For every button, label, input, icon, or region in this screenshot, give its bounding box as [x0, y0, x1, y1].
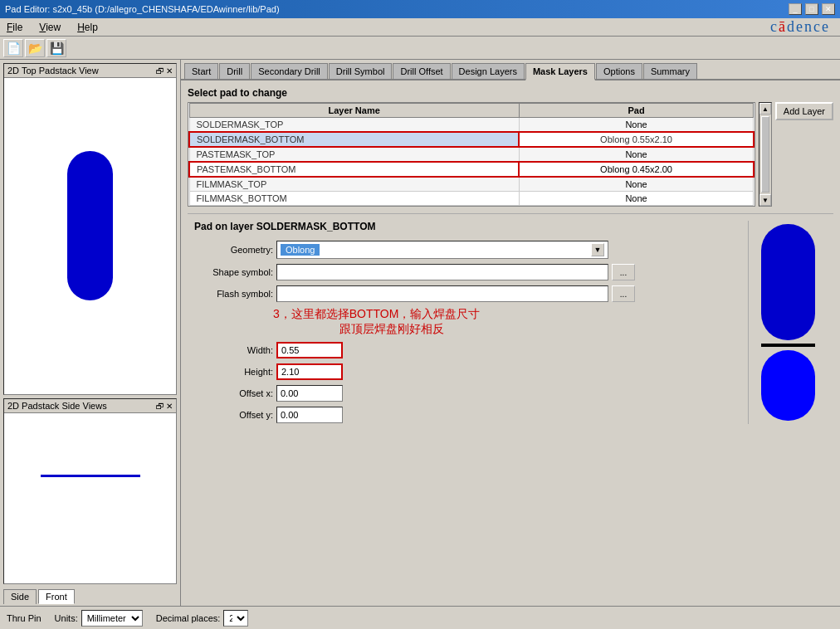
brand-logo: cādence: [770, 18, 837, 36]
lower-section: Pad on layer SOLDERMASK_BOTTOM Geometry:…: [188, 213, 833, 431]
offset-y-input[interactable]: [276, 407, 343, 423]
flash-symbol-label: Flash symbol:: [194, 289, 273, 299]
form-area: Pad on layer SOLDERMASK_BOTTOM Geometry:…: [194, 221, 741, 424]
units-label: Units:: [55, 613, 78, 623]
bottom-panel-title: 2D Padstack Side Views: [7, 401, 107, 411]
tab-drill-symbol[interactable]: Drill Symbol: [329, 63, 393, 79]
flash-symbol-ellipsis-button[interactable]: ...: [612, 285, 635, 302]
layer-pastemask-top: PASTEMASK_TOP: [189, 147, 519, 162]
view-tabs: Side Front: [0, 588, 180, 606]
offset-y-label: Offset y:: [194, 410, 273, 420]
geometry-dropdown-arrow[interactable]: ▼: [591, 243, 604, 256]
height-input[interactable]: [276, 363, 343, 380]
table-row[interactable]: PASTEMASK_TOP None: [189, 147, 754, 162]
preview-divider: [761, 344, 815, 347]
table-row[interactable]: PASTEMASK_BOTTOM Oblong 0.45x2.00: [189, 162, 754, 177]
left-panels: 2D Top Padstack View 🗗 ✕ 2D Padstack Sid…: [0, 60, 181, 606]
decimal-select[interactable]: 2 3 4: [223, 610, 248, 627]
top-panel-title: 2D Top Padstack View: [7, 66, 99, 76]
close-button[interactable]: ✕: [822, 3, 835, 15]
offset-x-row: Offset x:: [194, 385, 741, 402]
pad-soldermask-bottom: Oblong 0.55x2.10: [519, 132, 754, 147]
status-bar: Thru Pin Units: Millimeter Inch Decimal …: [0, 606, 840, 629]
panel-restore-icon[interactable]: 🗗: [156, 66, 164, 76]
add-layer-button[interactable]: Add Layer: [775, 102, 833, 120]
bottom-panel-header: 2D Padstack Side Views 🗗 ✕: [4, 399, 176, 413]
minimize-button[interactable]: _: [789, 3, 802, 15]
shape-symbol-label: Shape symbol:: [194, 267, 273, 277]
new-button[interactable]: 📄: [3, 39, 23, 57]
tab-secondary-drill[interactable]: Secondary Drill: [251, 63, 328, 79]
bottom-panel-content: [4, 413, 176, 538]
pad-filmmask-top: None: [519, 177, 754, 192]
toolbar: 📄 📂 💾: [0, 37, 840, 60]
table-row[interactable]: SOLDERMASK_BOTTOM Oblong 0.55x2.10: [189, 132, 754, 147]
offset-y-row: Offset y:: [194, 407, 741, 423]
save-button[interactable]: 💾: [46, 39, 66, 57]
table-scrollbar[interactable]: ▲ ▼: [759, 102, 772, 207]
bottom-panel-close-icon[interactable]: ✕: [166, 402, 173, 411]
bottom-panel-restore-icon[interactable]: 🗗: [156, 402, 164, 411]
tab-drill[interactable]: Drill: [219, 63, 250, 79]
col-header-pad: Pad: [519, 104, 754, 118]
layer-filmmask-top: FILMMASK_TOP: [189, 177, 519, 192]
tab-options[interactable]: Options: [596, 63, 642, 79]
table-row[interactable]: SOLDERMASK_TOP None: [189, 118, 754, 133]
pad-soldermask-top: None: [519, 118, 754, 133]
layer-soldermask-bottom: SOLDERMASK_BOTTOM: [189, 132, 519, 147]
right-preview: [748, 221, 827, 424]
layer-soldermask-top: SOLDERMASK_TOP: [189, 118, 519, 133]
shape-symbol-input[interactable]: [276, 264, 608, 280]
units-select[interactable]: Millimeter Inch: [81, 610, 143, 627]
menu-file[interactable]: File: [3, 21, 26, 34]
content-area: Select pad to change Layer Name Pad: [181, 80, 840, 606]
annotation-container: 3，这里都选择BOTTOM，输入焊盘尺寸 跟顶层焊盘刚好相反: [273, 307, 741, 337]
menu-view[interactable]: View: [36, 21, 64, 34]
tab-summary[interactable]: Summary: [643, 63, 697, 79]
tab-side[interactable]: Side: [3, 589, 37, 604]
scroll-down-arrow[interactable]: ▼: [759, 194, 771, 206]
offset-x-input[interactable]: [276, 385, 343, 402]
menu-help[interactable]: Help: [74, 21, 101, 34]
table-row[interactable]: FILMMASK_BOTTOM None: [189, 192, 754, 206]
layer-pastemask-bottom: PASTEMASK_BOTTOM: [189, 162, 519, 177]
flash-symbol-input[interactable]: [276, 285, 608, 302]
top-panel-content: [4, 78, 176, 373]
bottom-panel-icons: 🗗 ✕: [156, 402, 173, 411]
width-input[interactable]: [276, 342, 343, 358]
scroll-up-arrow[interactable]: ▲: [759, 103, 771, 115]
table-row[interactable]: FILMMASK_TOP None: [189, 177, 754, 192]
tab-drill-offset[interactable]: Drill Offset: [393, 63, 450, 79]
tab-mask-layers[interactable]: Mask Layers: [525, 63, 595, 80]
right-panel: Start Drill Secondary Drill Drill Symbol…: [181, 60, 840, 606]
menu-bar: File View Help cādence: [0, 18, 840, 37]
col-header-layer: Layer Name: [189, 104, 519, 118]
offset-x-label: Offset x:: [194, 388, 273, 398]
decimal-label: Decimal places:: [156, 613, 221, 623]
geometry-label: Geometry:: [194, 245, 273, 255]
tab-design-layers[interactable]: Design Layers: [452, 63, 525, 79]
width-row: Width:: [194, 342, 741, 358]
open-button[interactable]: 📂: [25, 39, 45, 57]
side-line-visualization: [41, 475, 140, 477]
scroll-thumb[interactable]: [761, 116, 769, 193]
preview-pad-bottom: [761, 350, 815, 421]
geometry-value: Oblong: [281, 244, 320, 256]
tab-bar: Start Drill Secondary Drill Drill Symbol…: [181, 60, 840, 80]
shape-symbol-ellipsis-button[interactable]: ...: [612, 264, 635, 280]
tab-start[interactable]: Start: [184, 63, 218, 79]
tab-front[interactable]: Front: [38, 589, 75, 604]
panel-close-icon[interactable]: ✕: [166, 66, 173, 76]
flash-symbol-row: Flash symbol: ...: [194, 285, 741, 302]
geometry-select[interactable]: Oblong ▼: [276, 241, 608, 259]
pad-pastemask-top: None: [519, 147, 754, 162]
maximize-button[interactable]: □: [805, 3, 818, 15]
top-panel-header: 2D Top Padstack View 🗗 ✕: [4, 64, 176, 78]
annotation-line2: 跟顶层焊盘刚好相反: [339, 322, 741, 337]
pad-pastemask-bottom: Oblong 0.45x2.00: [519, 162, 754, 177]
layer-pad-table: Layer Name Pad SOLDERMASK_TOP None: [188, 103, 755, 206]
pad-filmmask-bottom: None: [519, 192, 754, 206]
window-title: Pad Editor: s2x0_45b (D:/allegro_CHENSHA…: [5, 4, 280, 14]
height-row: Height:: [194, 363, 741, 380]
decimal-item: Decimal places: 2 3 4: [156, 610, 249, 627]
